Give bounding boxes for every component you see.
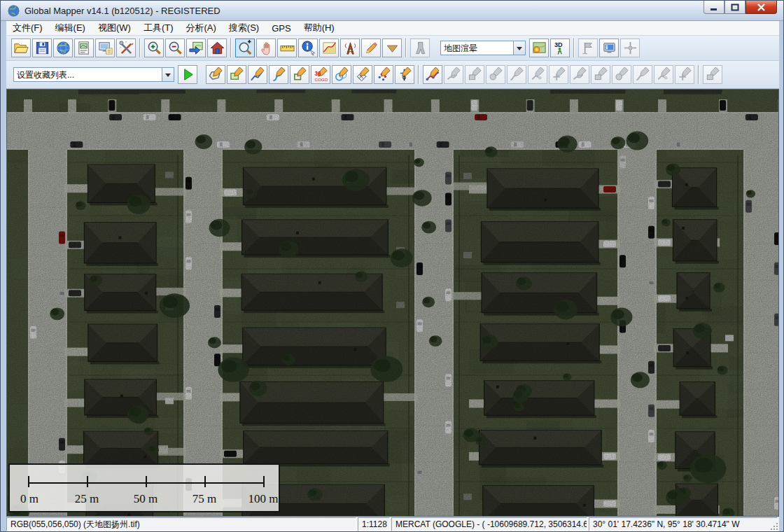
create-point-button[interactable]: [374, 65, 393, 84]
create-grid-button[interactable]: [353, 65, 372, 84]
shader-combo[interactable]: 地图渲晕: [440, 41, 526, 55]
zoomtool-icon: [237, 40, 253, 56]
chevron-down-icon[interactable]: [513, 41, 525, 55]
create-area-button[interactable]: [206, 65, 225, 84]
smooth-feature-button: [654, 65, 673, 84]
create-line-button[interactable]: [248, 65, 267, 84]
save-button[interactable]: [32, 38, 52, 57]
connect-lines-button: [570, 65, 589, 84]
vline-icon: [397, 66, 413, 83]
view-shed-button[interactable]: [340, 38, 360, 57]
overview-icon: [531, 40, 547, 56]
overview-map-button[interactable]: [529, 38, 549, 57]
menu-item-2[interactable]: 编辑(E): [49, 21, 92, 35]
home-view-button[interactable]: [207, 38, 227, 57]
configuration-button[interactable]: [116, 38, 136, 57]
pan-tool-button[interactable]: [256, 38, 276, 57]
maplayout-icon: [97, 40, 113, 56]
create-vertical-line-button[interactable]: [395, 65, 414, 84]
map-view[interactable]: 0 m 25 m 50 m 75 m 100 m: [6, 89, 779, 517]
online-data-button[interactable]: [53, 38, 73, 57]
menu-item-8[interactable]: 帮助(H): [298, 21, 341, 35]
more-tools-dropdown-button[interactable]: [382, 38, 402, 57]
profile-icon: [321, 40, 337, 56]
feature-info-tool-button[interactable]: [298, 38, 318, 57]
close-button[interactable]: [746, 1, 777, 14]
flag-waypoint-button: [578, 38, 598, 57]
map-layout-button[interactable]: [95, 38, 115, 57]
scale-label-0: 0 m: [7, 492, 52, 506]
control-center-button[interactable]: [74, 38, 94, 57]
globe-icon: [55, 40, 71, 56]
maximize-button[interactable]: [724, 1, 746, 14]
create-stream-button[interactable]: [269, 65, 288, 84]
toolbar-separator: [139, 38, 141, 57]
scale-tick: [146, 476, 147, 487]
scale-tick: [87, 476, 88, 487]
zoom-in-button[interactable]: [144, 38, 164, 57]
walk-mode-button: [410, 38, 430, 57]
dropdown-icon: [384, 40, 400, 56]
menu-bar: 文件(F)编辑(E)视图(W)工具(T)分析(A)搜索(S)GPS帮助(H): [6, 21, 779, 36]
path-profile-button[interactable]: [319, 38, 339, 57]
menu-item-3[interactable]: 视图(W): [92, 21, 137, 35]
full-extent-button[interactable]: [186, 38, 206, 57]
scale-label-75: 75 m: [182, 492, 227, 506]
open-button[interactable]: [11, 38, 31, 57]
status-pixel-value: RGB(055,056,050) (天地图扬州.tif): [6, 517, 356, 531]
create-circle-button[interactable]: [332, 65, 351, 84]
status-bar: RGB(055,056,050) (天地图扬州.tif) 1:1128 MERC…: [6, 517, 779, 531]
grid-snap-button: [612, 65, 631, 84]
gps-info-button[interactable]: [599, 38, 619, 57]
gps-tracking-button: [620, 38, 640, 57]
shader-combo-value: 地图渲晕: [441, 41, 513, 55]
create-cogo-button[interactable]: 36COGO: [311, 65, 330, 84]
gpspoint-icon: [622, 40, 638, 56]
zoomin-icon: [146, 40, 162, 56]
digitizer-tool-button[interactable]: [361, 38, 381, 57]
scale-label-50: 50 m: [123, 492, 168, 506]
menu-item-7[interactable]: GPS: [265, 21, 297, 35]
favorites-combo[interactable]: 设置收藏列表...: [13, 67, 174, 82]
scale-tick: [263, 476, 265, 487]
g5-icon: [677, 66, 693, 83]
menu-item-4[interactable]: 工具(T): [137, 21, 180, 35]
scale-label-25: 25 m: [64, 492, 109, 506]
g0-icon: [572, 66, 588, 83]
trace-append-button: [633, 65, 652, 84]
menu-item-5[interactable]: 分析(A): [180, 21, 223, 35]
view-3d-button[interactable]: 3D: [550, 38, 570, 57]
zoomout-icon: [167, 40, 183, 56]
measure-tool-button[interactable]: [277, 38, 297, 57]
edit-path-button[interactable]: [423, 65, 442, 84]
g2-icon: [488, 66, 504, 83]
resize-grip[interactable]: [769, 522, 779, 531]
menu-item-6[interactable]: 搜索(S): [223, 21, 265, 35]
g1-icon: [705, 66, 721, 83]
g3-icon: [509, 66, 525, 83]
create-box-button[interactable]: [290, 65, 309, 84]
run-favorite-button[interactable]: [178, 65, 197, 84]
zoom-tool-button[interactable]: [235, 38, 255, 57]
measure-edit-button: [675, 65, 694, 84]
svg-text:COGO: COGO: [314, 77, 328, 82]
minimize-button[interactable]: [704, 1, 724, 14]
select-vertex-button: [703, 65, 722, 84]
g1-icon: [467, 66, 483, 83]
scale-bar: 0 m 25 m 50 m 75 m 100 m: [8, 463, 280, 512]
status-scale: 1:1128: [358, 517, 390, 531]
toolbar-separator: [230, 38, 232, 57]
zoom-out-button[interactable]: [165, 38, 185, 57]
map-canvas[interactable]: [7, 90, 778, 516]
chevron-down-icon[interactable]: [162, 68, 174, 81]
save-icon: [34, 40, 50, 56]
fullext-icon: [188, 40, 204, 56]
cut-areas-button: [549, 65, 568, 84]
toolbar-separator: [698, 65, 699, 84]
config-icon: [118, 40, 134, 56]
main-toolbar: 地图渲晕3D: [6, 36, 779, 61]
menu-item-1[interactable]: 文件(F): [6, 21, 49, 35]
create-rectangle-button[interactable]: [227, 65, 246, 84]
g2-icon: [614, 66, 630, 83]
app-window: Global Mapper v14.1 (b120512) - REGISTER…: [0, 0, 784, 532]
